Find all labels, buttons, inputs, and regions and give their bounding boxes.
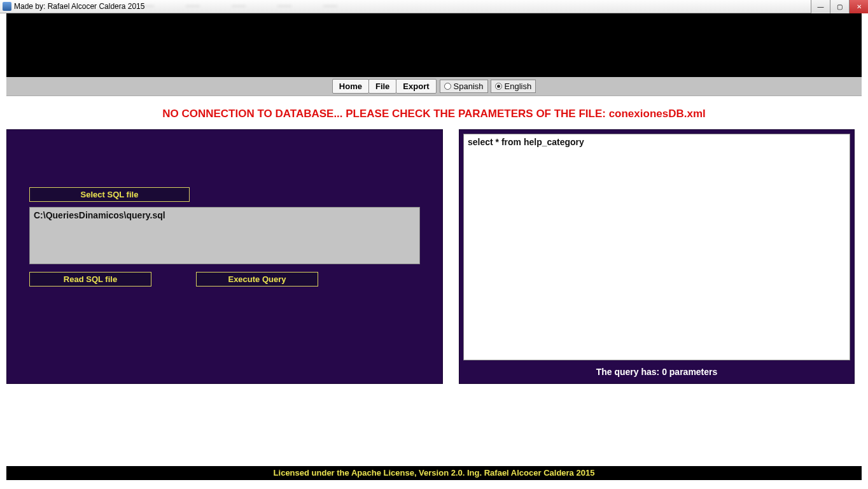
- background-windows-blur: ——————————: [140, 1, 792, 11]
- window-controls: — ▢ ✕: [811, 0, 868, 13]
- menu-file[interactable]: File: [368, 79, 396, 94]
- error-message: NO CONNECTION TO DATABASE... PLEASE CHEC…: [0, 96, 868, 129]
- menubar: Home File Export Spanish English: [6, 77, 862, 96]
- minimize-button[interactable]: —: [811, 0, 830, 13]
- lang-english-label: English: [505, 82, 532, 91]
- file-path-value: C:\QueriesDinamicos\query.sql: [34, 210, 165, 220]
- maximize-button[interactable]: ▢: [830, 0, 849, 13]
- window-titlebar: Made by: Rafael Alcocer Caldera 2015 ———…: [0, 0, 868, 13]
- radio-icon-selected: [495, 83, 502, 90]
- lang-english[interactable]: English: [491, 80, 536, 93]
- footer: Licensed under the Apache License, Versi…: [6, 466, 862, 480]
- window-title: Made by: Rafael Alcocer Caldera 2015: [14, 2, 144, 11]
- file-path-box[interactable]: C:\QueriesDinamicos\query.sql: [29, 207, 420, 264]
- execute-query-button[interactable]: Execute Query: [196, 272, 318, 287]
- query-text-area[interactable]: select * from help_category: [463, 134, 850, 360]
- lang-spanish[interactable]: Spanish: [440, 80, 488, 93]
- select-sql-file-button[interactable]: Select SQL file: [29, 187, 190, 202]
- radio-icon: [444, 83, 451, 90]
- close-button[interactable]: ✕: [849, 0, 868, 13]
- banner-wave-graphic: [6, 15, 862, 77]
- read-sql-file-button[interactable]: Read SQL file: [29, 272, 151, 287]
- java-icon: [3, 2, 11, 11]
- right-panel: select * from help_category The query ha…: [459, 129, 855, 384]
- menu-export[interactable]: Export: [396, 79, 436, 94]
- query-text: select * from help_category: [468, 137, 584, 147]
- menu-home[interactable]: Home: [332, 79, 369, 94]
- left-panel: Select SQL file C:\QueriesDinamicos\quer…: [6, 129, 443, 384]
- header-banner: [6, 13, 862, 77]
- lang-spanish-label: Spanish: [454, 82, 484, 91]
- parameter-count-label: The query has: 0 parameters: [463, 360, 850, 383]
